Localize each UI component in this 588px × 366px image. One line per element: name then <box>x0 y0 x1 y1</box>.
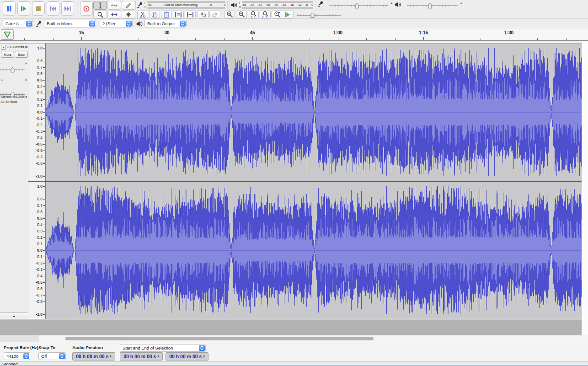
recording-meter[interactable]: L R -54 Click to Start Monitoring -6 0 <box>135 1 228 9</box>
paste-button[interactable] <box>161 10 172 19</box>
track-format-info: Stereo, 44100Hz <box>0 95 28 99</box>
recording-volume-slider[interactable] <box>329 2 388 8</box>
stepper-icon <box>89 21 95 27</box>
trim-audio-button[interactable] <box>173 10 184 19</box>
record-button[interactable] <box>80 1 93 16</box>
playback-volume-slider[interactable] <box>407 2 458 8</box>
skip-to-start-button[interactable] <box>47 1 59 16</box>
stop-button[interactable] <box>32 1 45 16</box>
copy-button[interactable] <box>149 10 160 19</box>
amplitude-scale-label: -0.8 <box>36 161 43 166</box>
zoom-in-button[interactable] <box>224 10 235 19</box>
audio-position-field[interactable]: 00 h 00 m 00 s▾ <box>72 352 115 361</box>
amplitude-scale-tick <box>43 301 45 302</box>
envelope-tool-button[interactable] <box>107 1 121 10</box>
amplitude-scale-label: 0.5 <box>37 216 43 221</box>
waveform-right-channel[interactable] <box>46 182 582 319</box>
meter-channel-labels: L R <box>144 2 146 8</box>
project-rate-select[interactable]: 44100 <box>4 352 30 360</box>
ruler-tick <box>395 38 396 40</box>
snap-to-select[interactable]: Off <box>38 352 66 360</box>
ruler-time-label: 15 <box>79 30 84 35</box>
skip-to-end-button[interactable] <box>61 1 74 16</box>
redo-button[interactable] <box>209 10 220 19</box>
zoom-toggle-button[interactable] <box>272 10 283 19</box>
amplitude-scale-label: -0.4 <box>36 274 43 278</box>
cut-button[interactable] <box>137 10 148 19</box>
timeline-ruler[interactable]: 1530451:001:151:30 <box>0 28 588 41</box>
timeline-options-button[interactable] <box>1 29 14 40</box>
selection-start-field[interactable]: 00 h 00 m 00 s▾ <box>120 352 163 361</box>
amplitude-scale-tick <box>43 314 45 315</box>
amplitude-scale-tick <box>43 231 45 231</box>
recording-channels-select[interactable]: 2 (Ster... <box>100 20 133 27</box>
play-at-speed-button[interactable] <box>282 10 294 19</box>
recording-device-select[interactable]: Built-in Micro... <box>44 20 96 27</box>
meter-scale-label: -54 <box>147 3 151 7</box>
amplitude-scale-label: 0.0 <box>37 248 43 253</box>
audio-host-select[interactable]: Core A... <box>3 20 33 27</box>
audacity-window: L R -54 Click to Start Monitoring -6 0 L… <box>0 0 588 366</box>
stepper-icon <box>180 21 186 27</box>
silence-audio-button[interactable] <box>185 10 196 19</box>
horizontal-scrollbar-thumb[interactable] <box>65 337 374 340</box>
vertical-scrollbar[interactable] <box>582 41 588 342</box>
ruler-tick <box>167 37 167 40</box>
undo-button[interactable] <box>198 10 208 19</box>
fit-selection-button[interactable] <box>248 10 259 19</box>
playback-meter[interactable]: L R -54-48-42-36-30-24-18-12-60 <box>230 1 315 9</box>
slider-thumb[interactable] <box>428 2 432 11</box>
waveform-left-channel[interactable] <box>46 43 582 181</box>
snap-to-label: Snap-To <box>38 345 55 350</box>
amplitude-scale-tick <box>43 282 45 283</box>
selection-end-field[interactable]: 00 h 00 m 00 s▾ <box>166 352 208 361</box>
play-speed-slider[interactable] <box>297 11 341 18</box>
toolbar-dock: L R -54 Click to Start Monitoring -6 0 L… <box>0 0 588 28</box>
amplitude-scale-tick <box>43 276 45 276</box>
track-close-button[interactable]: × <box>1 45 6 50</box>
amplitude-scale-tick <box>43 74 45 74</box>
pan-right-label: R <box>25 78 27 81</box>
chevron-down-icon: ▾ <box>157 355 159 358</box>
fit-project-button[interactable] <box>260 10 271 19</box>
zoom-out-button[interactable] <box>236 10 247 19</box>
zoom-tool-button[interactable] <box>93 10 107 19</box>
play-button[interactable] <box>17 1 30 16</box>
meter-bar-left <box>147 1 225 3</box>
amplitude-scale-tick <box>43 163 45 164</box>
horizontal-scrollbar[interactable] <box>0 335 588 342</box>
amplitude-scale-tick <box>43 151 45 151</box>
timeshift-tool-button[interactable] <box>107 10 121 19</box>
amplitude-scale-label: 0.1 <box>37 242 43 246</box>
solo-button[interactable]: Solo <box>15 52 28 58</box>
transport-toolbar <box>3 1 93 16</box>
selection-mode-select[interactable]: Start and End of Selection <box>120 344 206 352</box>
amplitude-scale-label: -0.6 <box>36 148 43 153</box>
playback-device-select[interactable]: Built-in Output <box>144 20 187 27</box>
amplitude-scale-tick <box>43 99 45 100</box>
amplitude-scale-label: -0.6 <box>36 286 43 291</box>
amplitude-scale-tick <box>43 186 45 187</box>
slider-thumb[interactable] <box>11 66 15 75</box>
ruler-tick <box>252 37 253 40</box>
gain-slider[interactable] <box>0 66 25 72</box>
multi-tool-button[interactable] <box>122 10 135 19</box>
track-name-menu[interactable]: 1 Clueless Kit ▾ <box>7 45 28 49</box>
amplitude-scale-label: 1.0 <box>37 46 43 50</box>
mute-button[interactable]: Mute <box>1 52 14 58</box>
selection-tool-button[interactable] <box>93 1 107 10</box>
device-toolbar: Core A... Built-in Micro... 2 (Ster... B… <box>0 19 588 28</box>
meter-scale-label: -6 <box>209 3 212 7</box>
amplitude-scale-tick <box>43 295 45 296</box>
amplitude-scale-label: 0.5 <box>37 78 43 82</box>
amplitude-scale-label: 0.4 <box>37 84 43 89</box>
amplitude-scale-label: -0.2 <box>36 123 43 127</box>
slider-thumb[interactable] <box>355 2 359 11</box>
pause-button[interactable] <box>3 1 16 16</box>
monitoring-message[interactable]: Click to Start Monitoring <box>164 3 198 7</box>
collapse-track-button[interactable]: ▲ <box>0 312 28 319</box>
undo-redo-toolbar <box>198 10 220 19</box>
ruler-tick <box>53 38 53 40</box>
draw-tool-button[interactable] <box>122 1 135 10</box>
amplitude-scale-label: -0.7 <box>36 293 43 297</box>
